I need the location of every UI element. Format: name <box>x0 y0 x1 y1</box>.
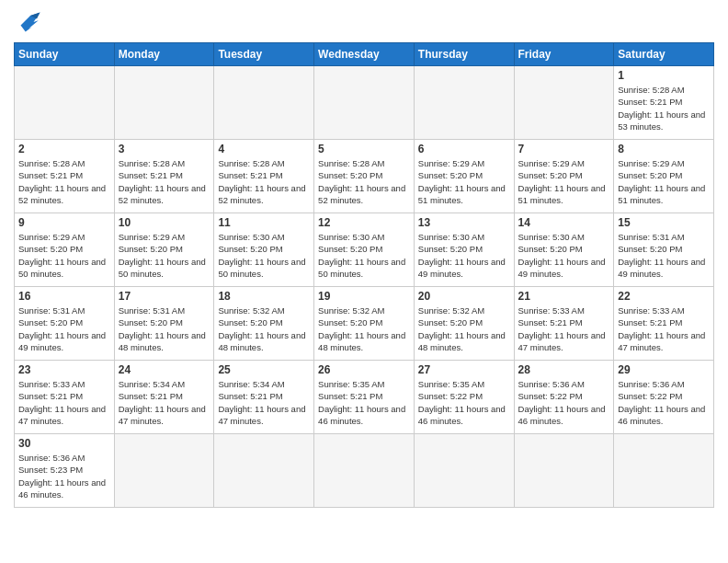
day-cell: 7Sunrise: 5:29 AM Sunset: 5:20 PM Daylig… <box>514 140 614 213</box>
week-row-1: 2Sunrise: 5:28 AM Sunset: 5:21 PM Daylig… <box>15 140 714 213</box>
day-cell: 14Sunrise: 5:30 AM Sunset: 5:20 PM Dayli… <box>514 213 614 287</box>
day-info: Sunrise: 5:35 AM Sunset: 5:22 PM Dayligh… <box>418 378 510 427</box>
day-number: 14 <box>518 216 610 229</box>
day-info: Sunrise: 5:29 AM Sunset: 5:20 PM Dayligh… <box>18 231 110 280</box>
day-number: 17 <box>119 290 210 303</box>
day-cell <box>514 434 614 508</box>
day-info: Sunrise: 5:34 AM Sunset: 5:21 PM Dayligh… <box>218 378 310 427</box>
day-cell: 13Sunrise: 5:30 AM Sunset: 5:20 PM Dayli… <box>414 213 514 287</box>
day-cell: 5Sunrise: 5:28 AM Sunset: 5:20 PM Daylig… <box>314 140 415 213</box>
day-cell: 3Sunrise: 5:28 AM Sunset: 5:21 PM Daylig… <box>114 140 214 213</box>
day-cell: 16Sunrise: 5:31 AM Sunset: 5:20 PM Dayli… <box>15 287 115 361</box>
day-number: 26 <box>318 363 410 376</box>
day-cell <box>514 66 614 140</box>
day-info: Sunrise: 5:29 AM Sunset: 5:20 PM Dayligh… <box>418 157 510 206</box>
day-cell <box>214 66 314 140</box>
day-cell <box>314 434 415 508</box>
day-info: Sunrise: 5:30 AM Sunset: 5:20 PM Dayligh… <box>218 231 310 280</box>
day-cell <box>114 434 214 508</box>
day-number: 5 <box>318 143 410 155</box>
week-row-5: 30Sunrise: 5:36 AM Sunset: 5:23 PM Dayli… <box>15 434 714 508</box>
day-cell: 18Sunrise: 5:32 AM Sunset: 5:20 PM Dayli… <box>214 287 314 361</box>
day-info: Sunrise: 5:30 AM Sunset: 5:20 PM Dayligh… <box>518 231 610 280</box>
day-number: 9 <box>18 216 110 229</box>
logo-icon <box>14 9 47 35</box>
day-cell: 27Sunrise: 5:35 AM Sunset: 5:22 PM Dayli… <box>414 361 514 434</box>
day-cell <box>114 66 214 140</box>
day-number: 28 <box>518 363 610 376</box>
day-header-tuesday: Tuesday <box>214 43 314 66</box>
day-cell: 26Sunrise: 5:35 AM Sunset: 5:21 PM Dayli… <box>314 361 415 434</box>
day-cell: 22Sunrise: 5:33 AM Sunset: 5:21 PM Dayli… <box>614 287 714 361</box>
day-cell: 23Sunrise: 5:33 AM Sunset: 5:21 PM Dayli… <box>15 361 115 434</box>
week-row-0: 1Sunrise: 5:28 AM Sunset: 5:21 PM Daylig… <box>15 66 714 140</box>
week-row-3: 16Sunrise: 5:31 AM Sunset: 5:20 PM Dayli… <box>15 287 714 361</box>
calendar-body: 1Sunrise: 5:28 AM Sunset: 5:21 PM Daylig… <box>15 66 714 508</box>
day-cell: 24Sunrise: 5:34 AM Sunset: 5:21 PM Dayli… <box>114 361 214 434</box>
day-cell: 17Sunrise: 5:31 AM Sunset: 5:20 PM Dayli… <box>114 287 214 361</box>
day-header-friday: Friday <box>514 43 614 66</box>
day-cell: 8Sunrise: 5:29 AM Sunset: 5:20 PM Daylig… <box>614 140 714 213</box>
day-cell <box>614 434 714 508</box>
day-cell: 28Sunrise: 5:36 AM Sunset: 5:22 PM Dayli… <box>514 361 614 434</box>
day-cell: 15Sunrise: 5:31 AM Sunset: 5:20 PM Dayli… <box>614 213 714 287</box>
day-info: Sunrise: 5:28 AM Sunset: 5:21 PM Dayligh… <box>18 157 110 206</box>
day-info: Sunrise: 5:32 AM Sunset: 5:20 PM Dayligh… <box>218 304 310 353</box>
day-cell: 30Sunrise: 5:36 AM Sunset: 5:23 PM Dayli… <box>15 434 115 508</box>
week-row-2: 9Sunrise: 5:29 AM Sunset: 5:20 PM Daylig… <box>15 213 714 287</box>
day-header-saturday: Saturday <box>614 43 714 66</box>
day-cell: 11Sunrise: 5:30 AM Sunset: 5:20 PM Dayli… <box>214 213 314 287</box>
day-info: Sunrise: 5:31 AM Sunset: 5:20 PM Dayligh… <box>18 304 110 353</box>
day-info: Sunrise: 5:29 AM Sunset: 5:20 PM Dayligh… <box>518 157 610 206</box>
day-number: 12 <box>318 216 410 229</box>
day-cell: 12Sunrise: 5:30 AM Sunset: 5:20 PM Dayli… <box>314 213 415 287</box>
day-info: Sunrise: 5:30 AM Sunset: 5:20 PM Dayligh… <box>418 231 510 280</box>
day-info: Sunrise: 5:30 AM Sunset: 5:20 PM Dayligh… <box>318 231 410 280</box>
day-number: 23 <box>18 363 110 376</box>
day-header-thursday: Thursday <box>414 43 514 66</box>
day-cell: 1Sunrise: 5:28 AM Sunset: 5:21 PM Daylig… <box>614 66 714 140</box>
day-info: Sunrise: 5:36 AM Sunset: 5:22 PM Dayligh… <box>618 378 710 427</box>
day-header-wednesday: Wednesday <box>314 43 415 66</box>
header-row: SundayMondayTuesdayWednesdayThursdayFrid… <box>15 43 714 66</box>
day-cell <box>414 66 514 140</box>
day-number: 27 <box>418 363 510 376</box>
day-cell <box>15 66 115 140</box>
day-number: 15 <box>618 216 710 229</box>
day-cell: 9Sunrise: 5:29 AM Sunset: 5:20 PM Daylig… <box>15 213 115 287</box>
day-number: 16 <box>18 290 110 303</box>
page: SundayMondayTuesdayWednesdayThursdayFrid… <box>0 0 728 517</box>
day-cell: 29Sunrise: 5:36 AM Sunset: 5:22 PM Dayli… <box>614 361 714 434</box>
day-number: 13 <box>418 216 510 229</box>
day-cell: 20Sunrise: 5:32 AM Sunset: 5:20 PM Dayli… <box>414 287 514 361</box>
day-number: 29 <box>618 363 710 376</box>
day-cell: 19Sunrise: 5:32 AM Sunset: 5:20 PM Dayli… <box>314 287 415 361</box>
day-number: 24 <box>119 363 210 376</box>
day-info: Sunrise: 5:28 AM Sunset: 5:21 PM Dayligh… <box>119 157 210 206</box>
day-number: 22 <box>618 290 710 303</box>
day-info: Sunrise: 5:31 AM Sunset: 5:20 PM Dayligh… <box>119 304 210 353</box>
day-info: Sunrise: 5:29 AM Sunset: 5:20 PM Dayligh… <box>618 157 710 206</box>
day-cell <box>414 434 514 508</box>
logo <box>14 9 51 35</box>
day-info: Sunrise: 5:36 AM Sunset: 5:23 PM Dayligh… <box>18 452 110 500</box>
day-info: Sunrise: 5:33 AM Sunset: 5:21 PM Dayligh… <box>518 304 610 353</box>
day-info: Sunrise: 5:36 AM Sunset: 5:22 PM Dayligh… <box>518 378 610 427</box>
day-info: Sunrise: 5:29 AM Sunset: 5:20 PM Dayligh… <box>119 231 210 280</box>
week-row-4: 23Sunrise: 5:33 AM Sunset: 5:21 PM Dayli… <box>15 361 714 434</box>
day-info: Sunrise: 5:32 AM Sunset: 5:20 PM Dayligh… <box>318 304 410 353</box>
day-cell: 2Sunrise: 5:28 AM Sunset: 5:21 PM Daylig… <box>15 140 115 213</box>
day-number: 11 <box>218 216 310 229</box>
day-cell <box>214 434 314 508</box>
day-info: Sunrise: 5:31 AM Sunset: 5:20 PM Dayligh… <box>618 231 710 280</box>
calendar-table: SundayMondayTuesdayWednesdayThursdayFrid… <box>14 42 714 508</box>
day-number: 4 <box>218 143 310 155</box>
day-header-monday: Monday <box>114 43 214 66</box>
day-number: 25 <box>218 363 310 376</box>
day-info: Sunrise: 5:35 AM Sunset: 5:21 PM Dayligh… <box>318 378 410 427</box>
calendar-header: SundayMondayTuesdayWednesdayThursdayFrid… <box>15 43 714 66</box>
day-number: 10 <box>119 216 210 229</box>
header <box>14 9 714 35</box>
day-number: 2 <box>18 143 110 155</box>
day-number: 8 <box>618 143 710 155</box>
